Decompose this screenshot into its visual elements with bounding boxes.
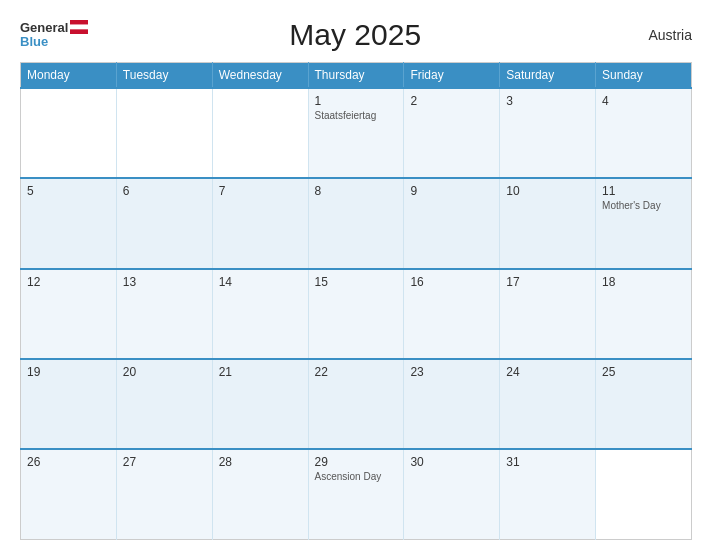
- day-number: 27: [123, 455, 206, 469]
- calendar-day-cell: 7: [212, 178, 308, 268]
- day-number: 23: [410, 365, 493, 379]
- logo-general-text: General: [20, 21, 68, 35]
- calendar-day-cell: 4: [596, 88, 692, 178]
- calendar-week-row: 1Staatsfeiertag234: [21, 88, 692, 178]
- day-number: 6: [123, 184, 206, 198]
- day-number: 10: [506, 184, 589, 198]
- svg-rect-2: [70, 29, 88, 34]
- day-number: 2: [410, 94, 493, 108]
- logo: General Blue: [20, 21, 88, 50]
- country-label: Austria: [622, 27, 692, 43]
- col-saturday: Saturday: [500, 63, 596, 89]
- day-number: 21: [219, 365, 302, 379]
- day-number: 22: [315, 365, 398, 379]
- calendar-day-cell: 11Mother's Day: [596, 178, 692, 268]
- day-number: 7: [219, 184, 302, 198]
- calendar-day-cell: 21: [212, 359, 308, 449]
- calendar-week-row: 567891011Mother's Day: [21, 178, 692, 268]
- header: General Blue May 2025 Austria: [20, 18, 692, 52]
- day-number: 1: [315, 94, 398, 108]
- svg-rect-1: [70, 25, 88, 30]
- calendar-day-cell: 1Staatsfeiertag: [308, 88, 404, 178]
- day-number: 8: [315, 184, 398, 198]
- day-number: 31: [506, 455, 589, 469]
- calendar-day-cell: 3: [500, 88, 596, 178]
- day-number: 5: [27, 184, 110, 198]
- day-number: 20: [123, 365, 206, 379]
- day-number: 12: [27, 275, 110, 289]
- day-number: 9: [410, 184, 493, 198]
- day-number: 11: [602, 184, 685, 198]
- day-number: 18: [602, 275, 685, 289]
- calendar-week-row: 26272829Ascension Day3031: [21, 449, 692, 539]
- calendar-day-cell: 17: [500, 269, 596, 359]
- day-number: 26: [27, 455, 110, 469]
- calendar-day-cell: 15: [308, 269, 404, 359]
- calendar-page: General Blue May 2025 Austria Monday Tue…: [0, 0, 712, 550]
- calendar-day-cell: 20: [116, 359, 212, 449]
- day-number: 14: [219, 275, 302, 289]
- calendar-day-cell: 14: [212, 269, 308, 359]
- calendar-table: Monday Tuesday Wednesday Thursday Friday…: [20, 62, 692, 540]
- calendar-day-cell: [116, 88, 212, 178]
- calendar-day-cell: 12: [21, 269, 117, 359]
- col-sunday: Sunday: [596, 63, 692, 89]
- calendar-day-cell: 23: [404, 359, 500, 449]
- day-number: 17: [506, 275, 589, 289]
- calendar-day-cell: [21, 88, 117, 178]
- logo-flag-icon: [70, 20, 88, 34]
- calendar-day-cell: 10: [500, 178, 596, 268]
- calendar-day-cell: 28: [212, 449, 308, 539]
- col-wednesday: Wednesday: [212, 63, 308, 89]
- col-monday: Monday: [21, 63, 117, 89]
- col-tuesday: Tuesday: [116, 63, 212, 89]
- col-friday: Friday: [404, 63, 500, 89]
- calendar-day-cell: 6: [116, 178, 212, 268]
- calendar-day-cell: 13: [116, 269, 212, 359]
- calendar-title: May 2025: [88, 18, 622, 52]
- day-number: 25: [602, 365, 685, 379]
- calendar-day-cell: 24: [500, 359, 596, 449]
- calendar-day-cell: 27: [116, 449, 212, 539]
- logo-blue-text: Blue: [20, 35, 48, 49]
- calendar-day-cell: 16: [404, 269, 500, 359]
- calendar-day-cell: 26: [21, 449, 117, 539]
- day-number: 24: [506, 365, 589, 379]
- day-number: 13: [123, 275, 206, 289]
- holiday-label: Staatsfeiertag: [315, 110, 398, 121]
- day-number: 16: [410, 275, 493, 289]
- calendar-day-cell: [596, 449, 692, 539]
- calendar-week-row: 12131415161718: [21, 269, 692, 359]
- day-number: 30: [410, 455, 493, 469]
- calendar-day-cell: 9: [404, 178, 500, 268]
- col-thursday: Thursday: [308, 63, 404, 89]
- calendar-day-cell: [212, 88, 308, 178]
- calendar-day-cell: 5: [21, 178, 117, 268]
- calendar-day-cell: 19: [21, 359, 117, 449]
- day-number: 3: [506, 94, 589, 108]
- calendar-day-cell: 31: [500, 449, 596, 539]
- calendar-week-row: 19202122232425: [21, 359, 692, 449]
- calendar-day-cell: 8: [308, 178, 404, 268]
- day-number: 4: [602, 94, 685, 108]
- calendar-day-cell: 2: [404, 88, 500, 178]
- holiday-label: Mother's Day: [602, 200, 685, 211]
- calendar-day-cell: 18: [596, 269, 692, 359]
- svg-rect-0: [70, 20, 88, 25]
- calendar-day-cell: 25: [596, 359, 692, 449]
- day-number: 15: [315, 275, 398, 289]
- day-number: 29: [315, 455, 398, 469]
- day-number: 19: [27, 365, 110, 379]
- calendar-day-cell: 29Ascension Day: [308, 449, 404, 539]
- calendar-day-cell: 22: [308, 359, 404, 449]
- holiday-label: Ascension Day: [315, 471, 398, 482]
- day-number: 28: [219, 455, 302, 469]
- calendar-header-row: Monday Tuesday Wednesday Thursday Friday…: [21, 63, 692, 89]
- calendar-day-cell: 30: [404, 449, 500, 539]
